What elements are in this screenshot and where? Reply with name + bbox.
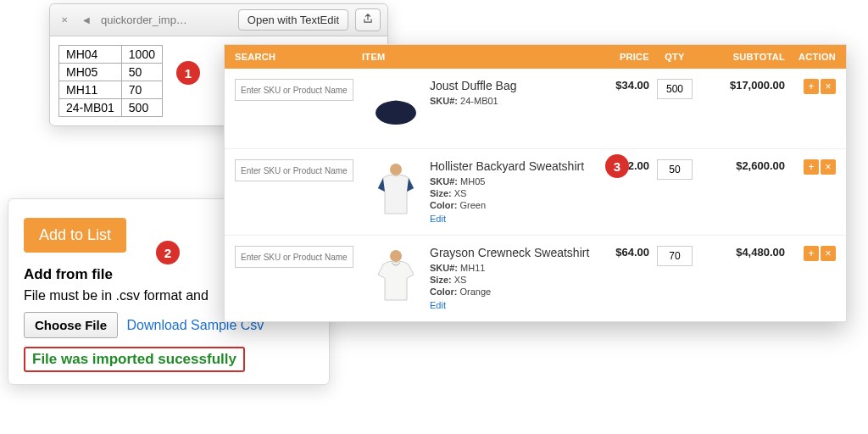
sku-search-input[interactable] [235,246,353,268]
callout-2: 2 [156,241,180,264]
csv-toolbar: ✕ ◀ quickorder_imp… Open with TextEdit [50,4,387,36]
header-action: ACTION [785,52,836,62]
callout-3: 3 [605,154,629,178]
csv-row: MH0550 [59,64,163,81]
header-search: SEARCH [235,52,362,62]
sku-search-input[interactable] [235,159,353,181]
unit-price: $34.00 [590,79,649,92]
product-name: Joust Duffle Bag [430,79,590,92]
qty-input[interactable] [657,246,693,266]
product-thumb [370,246,421,305]
csv-cell-qty: 50 [121,64,162,81]
order-row: Hollister Backyard SweatshirtSKU#: MH05S… [225,148,846,235]
csv-row: 24-MB01500 [59,99,163,117]
add-to-list-button[interactable]: Add to List [24,218,126,253]
svg-point-1 [390,164,402,175]
open-with-button[interactable]: Open with TextEdit [238,9,348,31]
qty-input[interactable] [657,159,693,180]
add-row-icon[interactable]: + [804,159,819,175]
add-row-icon[interactable]: + [804,246,819,261]
csv-cell-sku: MH04 [59,46,122,64]
share-icon[interactable] [355,8,381,31]
choose-file-button[interactable]: Choose File [24,312,118,338]
subtotal: $4,480.00 [700,246,785,259]
close-icon[interactable]: ✕ [57,13,72,28]
subtotal: $17,000.00 [700,79,785,92]
svg-point-0 [376,101,416,125]
product-name: Grayson Crewneck Sweatshirt [430,246,590,259]
order-row: Joust Duffle BagSKU#: 24-MB01$34.00$17,0… [225,69,846,148]
csv-cell-qty: 70 [121,81,162,99]
order-row: Grayson Crewneck SweatshirtSKU#: MH11Siz… [225,235,846,321]
remove-row-icon[interactable]: × [821,79,836,94]
svg-point-2 [390,250,402,262]
csv-filename: quickorder_imp… [101,14,187,26]
edit-link[interactable]: Edit [430,214,446,224]
product-thumb [370,159,421,219]
csv-cell-qty: 500 [121,99,162,117]
remove-row-icon[interactable]: × [821,159,836,175]
edit-link[interactable]: Edit [430,300,446,310]
csv-table: MH041000MH0550MH117024-MB01500 [58,45,163,117]
csv-cell-qty: 1000 [121,46,162,64]
add-row-icon[interactable]: + [804,79,819,94]
header-item: ITEM [362,52,590,62]
csv-cell-sku: MH11 [59,81,122,99]
product-name: Hollister Backyard Sweatshirt [430,159,590,173]
qty-input[interactable] [657,79,693,99]
import-success-message: File was imported sucessfully [24,347,245,372]
csv-cell-sku: 24-MB01 [59,99,122,117]
order-grid-header: SEARCH ITEM PRICE QTY SUBTOTAL ACTION [225,45,846,69]
subtotal: $2,600.00 [700,159,785,172]
header-price: PRICE [590,52,649,62]
csv-row: MH1170 [59,81,163,99]
sku-search-input[interactable] [235,79,353,101]
header-subtotal: SUBTOTAL [700,52,785,62]
remove-row-icon[interactable]: × [821,246,836,261]
csv-cell-sku: MH05 [59,64,122,81]
order-grid-panel: SEARCH ITEM PRICE QTY SUBTOTAL ACTION Jo… [224,44,847,322]
product-thumb [370,79,421,138]
unit-price: $64.00 [590,246,649,259]
callout-1: 1 [176,61,200,85]
csv-row: MH041000 [59,46,163,64]
header-qty: QTY [649,52,700,62]
back-icon[interactable]: ◀ [79,13,94,28]
